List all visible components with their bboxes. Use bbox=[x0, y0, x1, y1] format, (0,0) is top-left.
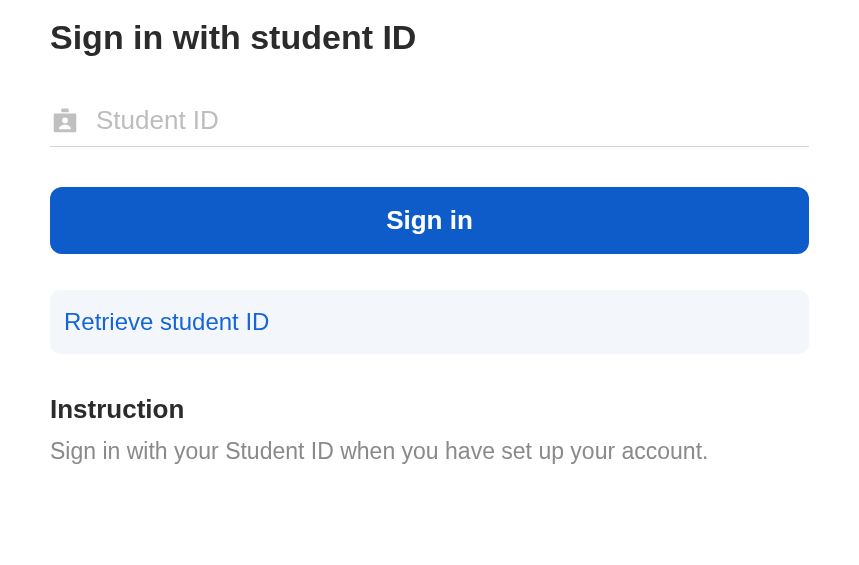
instruction-body: Sign in with your Student ID when you ha… bbox=[50, 435, 809, 467]
page-title: Sign in with student ID bbox=[50, 18, 809, 57]
retrieve-student-id-link[interactable]: Retrieve student ID bbox=[64, 308, 269, 335]
retrieve-panel: Retrieve student ID bbox=[50, 290, 809, 354]
signin-button[interactable]: Sign in bbox=[50, 187, 809, 254]
student-id-input[interactable] bbox=[96, 105, 809, 136]
id-badge-icon bbox=[50, 106, 80, 136]
instruction-heading: Instruction bbox=[50, 394, 809, 425]
student-id-field-row bbox=[50, 105, 809, 147]
